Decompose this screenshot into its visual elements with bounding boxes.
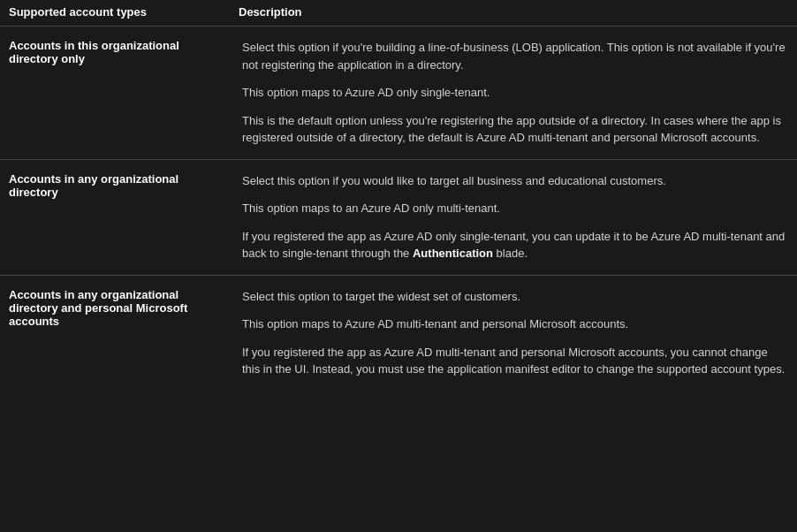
description-cell-1: Select this option if you would like to … (230, 159, 797, 275)
description-cell-0: Select this option if you're building a … (230, 27, 797, 160)
description-paragraph: Select this option if you're building a … (242, 39, 788, 73)
account-type-cell-0: Accounts in this organizational director… (0, 27, 230, 160)
description-paragraph: Select this option if you would like to … (242, 172, 788, 190)
table-header-row: Supported account types Description (0, 0, 797, 27)
table-row: Accounts in any organizational directory… (0, 275, 797, 391)
col-description-header: Description (230, 0, 797, 27)
table-row: Accounts in any organizational directory… (0, 159, 797, 275)
description-paragraph: This is the default option unless you're… (242, 112, 788, 147)
description-paragraph: If you registered the app as Azure AD mu… (242, 344, 788, 378)
description-paragraph: If you registered the app as Azure AD on… (242, 228, 788, 262)
col-account-type-header: Supported account types (0, 0, 230, 27)
description-paragraph: This option maps to Azure AD only single… (242, 84, 788, 102)
description-paragraph: This option maps to an Azure AD only mul… (242, 200, 788, 217)
account-type-cell-1: Accounts in any organizational directory (0, 159, 230, 275)
account-types-table: Supported account types Description Acco… (0, 0, 797, 391)
description-paragraph: Select this option to target the widest … (242, 288, 788, 306)
table-row: Accounts in this organizational director… (0, 27, 797, 160)
description-cell-2: Select this option to target the widest … (230, 275, 797, 391)
account-type-cell-2: Accounts in any organizational directory… (0, 275, 230, 391)
bold-authentication: Authentication (413, 247, 493, 260)
description-paragraph: This option maps to Azure AD multi-tenan… (242, 315, 788, 333)
